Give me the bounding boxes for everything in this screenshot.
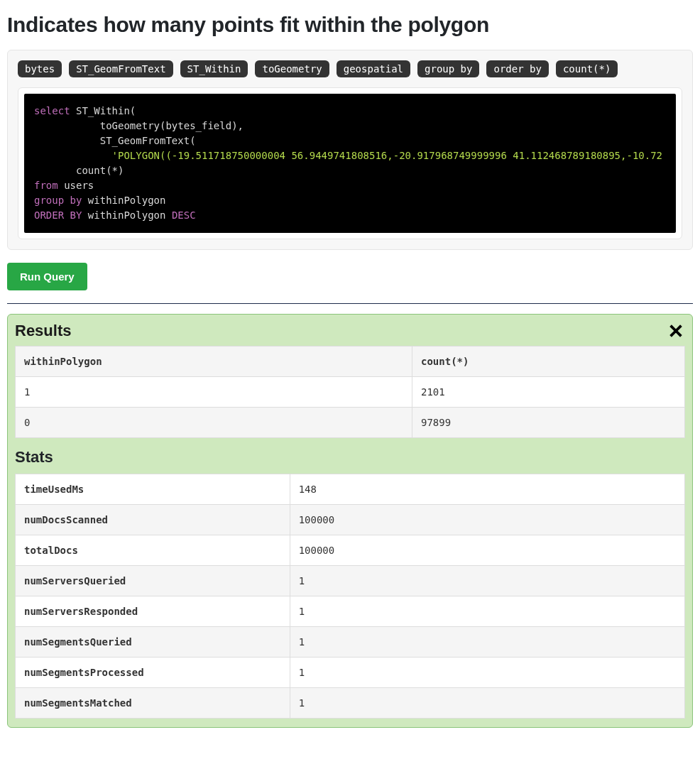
page-title: Indicates how many points fit within the… <box>7 13 693 37</box>
table-cell: 0 <box>16 408 412 438</box>
stat-value: 1 <box>290 627 684 658</box>
divider <box>7 303 693 304</box>
stat-value: 148 <box>290 474 684 505</box>
tag[interactable]: geospatial <box>337 60 410 77</box>
table-cell: 1 <box>16 377 412 408</box>
stat-key: numSegmentsMatched <box>16 688 290 719</box>
stat-key: numSegmentsQueried <box>16 627 290 658</box>
tag[interactable]: ST_Within <box>180 60 248 77</box>
code-text: withinPolygon <box>82 195 165 206</box>
sql-code-block[interactable]: select ST_Within( toGeometry(bytes_field… <box>24 94 676 233</box>
code-text: ST_GeomFromText( <box>34 135 196 146</box>
keyword-desc: DESC <box>172 209 196 221</box>
results-table: withinPolygoncount(*) 12101097899 <box>15 346 685 438</box>
code-text: ST_Within( <box>70 105 136 116</box>
table-cell: 2101 <box>412 377 685 408</box>
close-icon[interactable] <box>667 322 685 340</box>
stat-value: 1 <box>290 596 684 627</box>
tag[interactable]: count(*) <box>556 60 618 77</box>
stats-table: timeUsedMs148numDocsScanned100000totalDo… <box>15 474 685 719</box>
tag[interactable]: toGeometry <box>255 60 329 77</box>
table-row: numServersQueried1 <box>16 566 685 596</box>
table-cell: 97899 <box>412 408 685 438</box>
stat-key: numServersResponded <box>16 596 290 627</box>
stat-value: 1 <box>290 566 684 596</box>
stat-value: 1 <box>290 658 684 688</box>
stat-value: 100000 <box>290 505 684 535</box>
stat-key: numDocsScanned <box>16 505 290 535</box>
table-row: totalDocs100000 <box>16 535 685 566</box>
keyword-group-by: group by <box>34 195 82 206</box>
stat-key: totalDocs <box>16 535 290 566</box>
table-row: numSegmentsMatched1 <box>16 688 685 719</box>
table-row: timeUsedMs148 <box>16 474 685 505</box>
string-literal: 'POLYGON((-19.511718750000004 56.9449741… <box>112 150 662 161</box>
tag-list: bytesST_GeomFromTextST_WithintoGeometryg… <box>18 60 682 77</box>
code-text: toGeometry(bytes_field), <box>34 120 244 131</box>
table-row: numDocsScanned100000 <box>16 505 685 535</box>
tag[interactable]: bytes <box>18 60 62 77</box>
stats-title: Stats <box>15 448 685 467</box>
keyword-from: from <box>34 180 58 191</box>
tag[interactable]: ST_GeomFromText <box>69 60 173 77</box>
code-text: count(*) <box>34 165 124 176</box>
table-row: numSegmentsQueried1 <box>16 627 685 658</box>
results-panel: Results withinPolygoncount(*) 1210109789… <box>7 314 693 728</box>
tag[interactable]: group by <box>417 60 479 77</box>
keyword-select: select <box>34 105 70 116</box>
results-header: Results <box>15 322 685 340</box>
table-row: numServersResponded1 <box>16 596 685 627</box>
stat-key: numServersQueried <box>16 566 290 596</box>
code-text <box>34 150 112 161</box>
code-container: select ST_Within( toGeometry(bytes_field… <box>18 87 682 239</box>
code-text: withinPolygon <box>82 209 171 221</box>
table-row: 12101 <box>16 377 685 408</box>
column-header: count(*) <box>412 347 685 377</box>
stats-scroll-area[interactable]: timeUsedMs148numDocsScanned100000totalDo… <box>15 474 685 719</box>
stat-key: numSegmentsProcessed <box>16 658 290 688</box>
query-panel: bytesST_GeomFromTextST_WithintoGeometryg… <box>7 50 693 250</box>
results-title: Results <box>15 322 71 340</box>
table-row: numSegmentsProcessed1 <box>16 658 685 688</box>
code-text: users <box>58 180 94 191</box>
column-header: withinPolygon <box>16 347 412 377</box>
stat-key: timeUsedMs <box>16 474 290 505</box>
run-query-button[interactable]: Run Query <box>7 263 87 290</box>
stat-value: 1 <box>290 688 684 719</box>
keyword-order-by: ORDER BY <box>34 209 82 221</box>
stat-value: 100000 <box>290 535 684 566</box>
table-row: 097899 <box>16 408 685 438</box>
tag[interactable]: order by <box>486 60 548 77</box>
